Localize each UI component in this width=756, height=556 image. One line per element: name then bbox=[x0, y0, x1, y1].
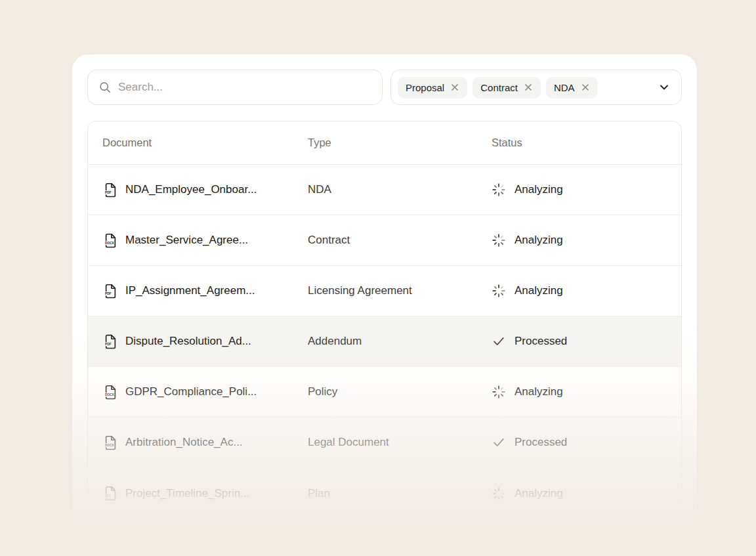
document-name: Arbitration_Notice_Ac... bbox=[125, 436, 243, 449]
search-input[interactable] bbox=[118, 81, 371, 94]
document-name: Project_Timeline_Sprin... bbox=[125, 487, 249, 500]
document-status: Analyzing bbox=[492, 385, 667, 399]
spinner-icon bbox=[492, 486, 506, 501]
document-type: Licensing Agreement bbox=[308, 284, 492, 297]
document-status: Processed bbox=[492, 334, 667, 349]
document-type: Contract bbox=[308, 234, 492, 247]
document-name: GDPR_Compliance_Poli... bbox=[125, 385, 257, 398]
document-status: Analyzing bbox=[492, 233, 667, 247]
document-type: NDA bbox=[308, 183, 492, 196]
svg-text:PDF: PDF bbox=[105, 343, 112, 346]
table-header: Document Type Status bbox=[88, 121, 681, 165]
document-type: Legal Document bbox=[308, 436, 492, 449]
status-text: Analyzing bbox=[514, 183, 563, 196]
file-icon: DOCX bbox=[102, 232, 119, 249]
document-status: Analyzing bbox=[492, 486, 667, 501]
table-row[interactable]: PDF IP_Assignment_Agreem... Licensing Ag… bbox=[88, 266, 681, 316]
filter-chip[interactable]: Contract bbox=[472, 77, 541, 98]
chevron-down-icon[interactable] bbox=[658, 81, 671, 94]
document-name: Master_Service_Agree... bbox=[125, 234, 248, 247]
spinner-icon bbox=[492, 385, 506, 399]
table-row[interactable]: DOCX GDPR_Compliance_Poli... Policy bbox=[88, 367, 681, 417]
x-icon[interactable] bbox=[450, 83, 459, 92]
spinner-icon bbox=[492, 233, 506, 247]
filter-chip-label: NDA bbox=[554, 82, 575, 93]
search-input-container bbox=[87, 70, 383, 105]
status-text: Processed bbox=[514, 335, 567, 348]
document-name: Dispute_Resolution_Ad... bbox=[125, 335, 251, 348]
svg-text:DOCX: DOCX bbox=[105, 444, 115, 447]
filter-chip[interactable]: Proposal bbox=[398, 77, 467, 98]
table-row[interactable]: PDF Dispute_Resolution_Ad... Addendum bbox=[88, 316, 681, 367]
table-row[interactable]: XLS Project_Timeline_Sprin... Plan bbox=[88, 468, 681, 519]
filter-chips: Proposal Contract NDA bbox=[398, 77, 652, 98]
document-name: IP_Assignment_Agreem... bbox=[125, 284, 255, 297]
svg-text:PDF: PDF bbox=[105, 292, 112, 295]
svg-text:DOCX: DOCX bbox=[105, 242, 115, 245]
document-name: NDA_Employee_Onboar... bbox=[125, 183, 257, 196]
filter-chip-label: Contract bbox=[480, 82, 518, 93]
column-header-status: Status bbox=[492, 137, 667, 149]
status-text: Analyzing bbox=[514, 234, 563, 247]
status-text: Analyzing bbox=[514, 385, 563, 398]
check-icon bbox=[492, 334, 506, 349]
filter-chip[interactable]: NDA bbox=[546, 77, 598, 98]
document-type: Policy bbox=[308, 385, 492, 398]
table-body: PDF NDA_Employee_Onboar... NDA bbox=[88, 165, 681, 519]
x-icon[interactable] bbox=[581, 83, 590, 92]
spinner-icon bbox=[492, 182, 506, 197]
check-icon bbox=[492, 435, 506, 450]
status-text: Processed bbox=[514, 436, 567, 449]
document-manager-card: Proposal Contract NDA bbox=[72, 54, 697, 524]
document-status: Analyzing bbox=[492, 182, 667, 197]
document-type: Plan bbox=[308, 487, 492, 500]
x-icon[interactable] bbox=[524, 83, 533, 92]
status-text: Analyzing bbox=[514, 487, 563, 500]
documents-table: Document Type Status PDF NDA_Employee_On… bbox=[87, 121, 682, 519]
file-icon: PDF bbox=[102, 182, 119, 198]
document-status: Analyzing bbox=[492, 284, 667, 298]
table-row[interactable]: PDF NDA_Employee_Onboar... NDA bbox=[88, 165, 681, 215]
svg-text:PDF: PDF bbox=[105, 191, 112, 194]
file-icon: DOCX bbox=[102, 384, 119, 400]
table-row[interactable]: DOCX Arbitration_Notice_Ac... Legal Docu… bbox=[88, 417, 681, 468]
file-icon: DOCX bbox=[102, 435, 119, 451]
table-row[interactable]: DOCX Master_Service_Agree... Contract bbox=[88, 215, 681, 266]
file-icon: PDF bbox=[102, 283, 119, 299]
svg-text:DOCX: DOCX bbox=[105, 393, 115, 396]
search-icon bbox=[98, 81, 112, 94]
filter-select[interactable]: Proposal Contract NDA bbox=[390, 70, 682, 105]
column-header-type: Type bbox=[308, 137, 492, 149]
document-status: Processed bbox=[492, 435, 667, 450]
column-header-document: Document bbox=[102, 137, 308, 149]
toolbar: Proposal Contract NDA bbox=[87, 70, 682, 105]
file-icon: XLS bbox=[102, 485, 119, 502]
status-text: Analyzing bbox=[514, 284, 563, 297]
document-type: Addendum bbox=[308, 335, 492, 348]
filter-chip-label: Proposal bbox=[406, 82, 444, 93]
svg-text:XLS: XLS bbox=[105, 494, 111, 498]
spinner-icon bbox=[492, 284, 506, 298]
file-icon: PDF bbox=[102, 333, 119, 350]
